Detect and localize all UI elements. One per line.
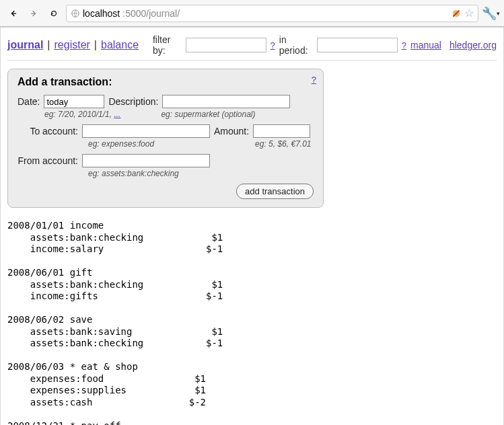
arrow-right-icon — [30, 7, 38, 20]
to-account-input[interactable] — [82, 124, 210, 138]
reload-icon — [50, 7, 58, 20]
description-input[interactable] — [162, 95, 290, 108]
period-help-link[interactable]: ? — [402, 40, 406, 50]
filter-by-label: filter by: — [153, 34, 182, 56]
url-host: localhost — [83, 8, 120, 19]
amount-label: Amount: — [214, 126, 249, 137]
add-transaction-form: ? Add a transaction: Date: Description: … — [7, 69, 324, 208]
cookie-block-icon[interactable] — [451, 8, 462, 19]
page-content: journal | register | balance filter by: … — [0, 27, 504, 425]
from-account-input[interactable] — [82, 154, 210, 167]
filter-help-link[interactable]: ? — [271, 40, 275, 50]
period-label: in period: — [279, 34, 313, 56]
nav-sep: | — [94, 39, 97, 51]
url-path: :5000/journal/ — [122, 8, 180, 19]
to-account-hint: eg: expenses:food — [88, 139, 154, 149]
browser-toolbar: localhost:5000/journal/ ☆ 🔧▾ — [0, 0, 504, 27]
filter-by-input[interactable] — [186, 38, 266, 52]
amount-hint: eg: 5, $6, €7.01 — [255, 139, 311, 149]
top-nav: journal | register | balance filter by: … — [7, 34, 497, 61]
nav-register-link[interactable]: register — [55, 39, 90, 51]
to-account-label: To account: — [17, 126, 78, 137]
form-heading: Add a transaction: — [17, 76, 314, 88]
period-input[interactable] — [317, 38, 398, 52]
back-button[interactable] — [5, 5, 22, 22]
hledger-link[interactable]: hledger.org — [449, 40, 497, 50]
reload-button[interactable] — [46, 5, 62, 22]
add-transaction-button[interactable]: add transaction — [236, 184, 314, 199]
svg-point-4 — [454, 11, 456, 13]
forward-button[interactable] — [26, 5, 42, 22]
nav-sep: | — [47, 39, 50, 51]
bookmark-star-icon[interactable]: ☆ — [464, 7, 474, 20]
wrench-icon: 🔧 — [482, 6, 497, 21]
description-label: Description: — [108, 96, 158, 107]
globe-icon — [71, 9, 80, 18]
amount-input[interactable] — [253, 124, 310, 138]
nav-journal-link[interactable]: journal — [7, 39, 43, 51]
date-input[interactable] — [44, 95, 104, 108]
from-account-hint: eg: assets:bank:checking — [88, 169, 314, 178]
date-label: Date: — [17, 96, 40, 107]
arrow-left-icon — [9, 7, 17, 20]
right-links: manual hledger.org — [410, 40, 497, 50]
nav-balance-link[interactable]: balance — [101, 39, 139, 51]
manual-link[interactable]: manual — [410, 40, 441, 50]
url-bar[interactable]: localhost:5000/journal/ ☆ — [66, 5, 478, 22]
date-hint: eg: 7/20, 2010/1/1, ... — [44, 110, 120, 119]
date-hint-more-link[interactable]: ... — [114, 110, 120, 119]
form-help-link[interactable]: ? — [312, 75, 316, 85]
settings-button[interactable]: 🔧▾ — [482, 5, 499, 22]
from-account-label: From account: — [17, 155, 78, 166]
journal-output: 2008/01/01 income assets:bank:checking $… — [7, 220, 497, 425]
description-hint: eg: supermarket (optional) — [161, 110, 255, 119]
